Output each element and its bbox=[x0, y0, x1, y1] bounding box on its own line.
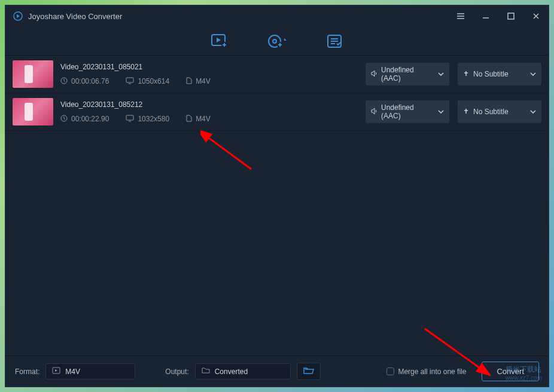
toolbar bbox=[5, 27, 549, 56]
svg-rect-11 bbox=[126, 115, 133, 120]
convert-button[interactable]: Convert bbox=[482, 362, 539, 381]
subtitle-dropdown[interactable]: No Subtitle bbox=[458, 100, 541, 123]
chevron-down-icon bbox=[529, 108, 537, 115]
monitor-icon bbox=[126, 77, 134, 86]
format-value: M4V bbox=[196, 115, 211, 123]
file-dropdowns: Undefined (AAC) No Subtitle bbox=[366, 100, 541, 123]
subtitle-dropdown[interactable]: No Subtitle bbox=[458, 63, 541, 85]
chevron-down-icon bbox=[529, 71, 537, 78]
merge-checkbox[interactable]: Merge all into one file bbox=[386, 368, 466, 376]
browse-button[interactable] bbox=[297, 363, 321, 380]
close-icon[interactable] bbox=[531, 11, 541, 22]
checkbox-icon bbox=[386, 368, 394, 375]
app-title: Joyoshare Video Converter bbox=[28, 12, 122, 21]
maximize-icon[interactable] bbox=[506, 11, 516, 22]
monitor-icon bbox=[126, 115, 134, 124]
file-row[interactable]: Video_20230131_085021 00:00:06.76 1050x6… bbox=[5, 56, 549, 93]
resolution-value: 1050x614 bbox=[138, 77, 169, 85]
app-window: Joyoshare Video Converter bbox=[5, 5, 549, 387]
audio-label: Undefined (AAC) bbox=[381, 66, 434, 82]
audio-icon bbox=[370, 70, 378, 79]
duration-meta: 00:00:22.90 bbox=[60, 115, 109, 124]
clock-icon bbox=[60, 115, 68, 124]
output-value: Converted bbox=[215, 368, 248, 376]
audio-dropdown[interactable]: Undefined (AAC) bbox=[366, 100, 449, 123]
folder-open-icon bbox=[303, 366, 314, 376]
output-label: Output: bbox=[165, 368, 188, 376]
file-row[interactable]: Video_20230131_085212 00:00:22.90 1032x5… bbox=[5, 93, 549, 131]
subtitle-icon bbox=[462, 70, 470, 79]
list-button[interactable] bbox=[324, 30, 345, 52]
format-meta: M4V bbox=[186, 77, 211, 86]
file-info: Video_20230131_085021 00:00:06.76 1050x6… bbox=[60, 63, 358, 86]
subtitle-icon bbox=[462, 108, 470, 117]
format-field[interactable]: M4V bbox=[45, 363, 135, 379]
video-thumbnail bbox=[13, 60, 53, 88]
window-controls bbox=[455, 11, 541, 22]
file-icon bbox=[186, 115, 192, 124]
minimize-icon[interactable] bbox=[480, 11, 491, 22]
duration-value: 00:00:22.90 bbox=[71, 115, 109, 123]
menu-icon[interactable] bbox=[455, 11, 466, 22]
audio-label: Undefined (AAC) bbox=[381, 103, 434, 120]
svg-rect-1 bbox=[508, 13, 514, 19]
audio-dropdown[interactable]: Undefined (AAC) bbox=[366, 63, 449, 85]
add-disc-button[interactable] bbox=[266, 30, 288, 52]
svg-rect-9 bbox=[126, 78, 133, 82]
duration-value: 00:00:06.76 bbox=[71, 77, 109, 85]
file-name: Video_20230131_085021 bbox=[60, 63, 358, 71]
format-value: M4V bbox=[196, 77, 211, 85]
resolution-meta: 1032x580 bbox=[126, 115, 169, 124]
file-name: Video_20230131_085212 bbox=[60, 100, 358, 109]
file-meta: 00:00:06.76 1050x614 M4V bbox=[60, 77, 358, 86]
subtitle-label: No Subtitle bbox=[473, 108, 526, 116]
format-label: Format: bbox=[15, 368, 39, 376]
audio-icon bbox=[370, 108, 378, 117]
format-meta: M4V bbox=[186, 115, 211, 124]
file-icon bbox=[186, 77, 192, 86]
video-thumbnail bbox=[13, 98, 53, 125]
bottom-bar: Format: M4V Output: Converted Merge all … bbox=[5, 356, 549, 387]
clock-icon bbox=[60, 77, 68, 86]
chevron-down-icon bbox=[437, 71, 445, 78]
video-format-icon bbox=[52, 367, 60, 376]
output-field[interactable]: Converted bbox=[195, 363, 291, 379]
chevron-down-icon bbox=[437, 108, 445, 115]
subtitle-label: No Subtitle bbox=[473, 70, 526, 78]
resolution-value: 1032x580 bbox=[138, 115, 169, 123]
file-list: Video_20230131_085021 00:00:06.76 1050x6… bbox=[5, 56, 549, 356]
merge-label: Merge all into one file bbox=[398, 368, 466, 376]
duration-meta: 00:00:06.76 bbox=[60, 77, 109, 86]
folder-icon bbox=[202, 367, 210, 376]
file-meta: 00:00:22.90 1032x580 M4V bbox=[60, 115, 358, 124]
titlebar: Joyoshare Video Converter bbox=[5, 5, 549, 27]
svg-point-5 bbox=[273, 39, 276, 43]
file-dropdowns: Undefined (AAC) No Subtitle bbox=[366, 63, 541, 85]
add-video-button[interactable] bbox=[209, 30, 230, 52]
format-value: M4V bbox=[65, 368, 80, 376]
resolution-meta: 1050x614 bbox=[126, 77, 169, 86]
file-info: Video_20230131_085212 00:00:22.90 1032x5… bbox=[60, 100, 358, 124]
app-logo-icon bbox=[13, 11, 23, 22]
